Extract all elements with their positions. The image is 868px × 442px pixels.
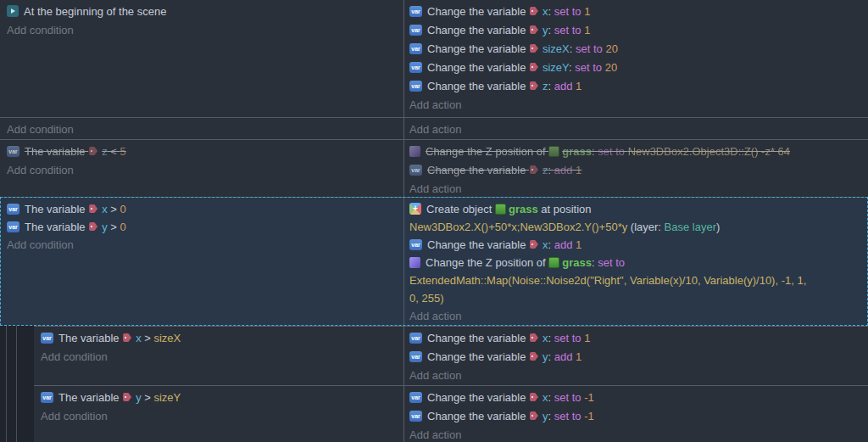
condition-line[interactable]: The variable y > sizeY: [41, 389, 398, 407]
add-action-link[interactable]: Add action: [409, 426, 863, 442]
variable-param-icon: [529, 81, 540, 91]
event-sheet: At the beginning of the sceneAdd conditi…: [0, 0, 868, 442]
action-line[interactable]: Change the Z position of grass: set to N…: [409, 143, 863, 161]
condition-line[interactable]: At the beginning of the scene: [7, 3, 398, 21]
cube-3d-icon: [409, 146, 420, 157]
action-line[interactable]: Change the variable y: set to 1: [409, 21, 863, 40]
variable-icon: [41, 333, 53, 344]
action-line[interactable]: Change the variable x: set to 1: [409, 329, 863, 348]
segment-obj: grass: [562, 145, 592, 158]
segment-text: Change the Z position of: [426, 256, 548, 269]
segment-layer: Base layer: [665, 221, 716, 233]
segment-num: 0: [120, 221, 125, 233]
segment-text: Change the variable: [427, 42, 529, 55]
event-row[interactable]: The variable x > 0The variable y > 0Add …: [0, 197, 868, 326]
segment-num: 1: [576, 164, 581, 176]
segment-expr: 0, 255): [409, 292, 443, 305]
variable-icon: [409, 81, 422, 92]
variable-icon: [409, 62, 422, 73]
grass-object-icon: [548, 146, 559, 157]
segment-text: >: [108, 203, 120, 215]
variable-icon: [409, 411, 422, 422]
add-action-link[interactable]: Add action: [409, 180, 863, 197]
segment-text: The variable: [58, 391, 122, 404]
action-line[interactable]: Change the variable sizeX: set to 20: [409, 40, 863, 59]
variable-param-icon: [529, 392, 540, 402]
segment-text: At the beginning of the scene: [24, 5, 166, 18]
event-row[interactable]: The variable z < 5Add conditionChange th…: [0, 139, 868, 197]
event-row[interactable]: At the beginning of the sceneAdd conditi…: [0, 0, 868, 117]
segment-text: :: [548, 80, 554, 92]
conditions-cell: The variable x > 0The variable y > 0Add …: [0, 197, 404, 326]
segment-text: :: [548, 5, 554, 18]
variable-param-icon: [529, 351, 540, 361]
segment-text: Change the variable: [427, 5, 529, 18]
variable-param-icon: [88, 221, 99, 232]
event-row[interactable]: Add conditionAdd action: [0, 117, 868, 139]
indent-gutter: [0, 385, 34, 442]
segment-kw: set to: [598, 145, 627, 158]
conditions-cell: Add condition: [0, 117, 404, 139]
segment-expr: sizeX: [153, 332, 181, 344]
add-condition-link[interactable]: Add condition: [7, 120, 398, 139]
action-line[interactable]: Change the Z position of grass: set toEx…: [409, 254, 863, 307]
segment-text: (layer:: [627, 221, 664, 233]
segment-var: sizeX: [542, 42, 570, 55]
segment-text: Change the variable: [427, 332, 529, 344]
add-condition-link[interactable]: Add condition: [41, 348, 398, 366]
actions-cell: Create object grass at positionNew3DBox2…: [404, 197, 868, 326]
segment-kw: add: [554, 350, 576, 363]
segment-kw: add: [554, 80, 576, 92]
add-condition-link[interactable]: Add condition: [7, 161, 398, 180]
segment-kw: set to: [554, 410, 584, 422]
action-line[interactable]: Change the variable y: set to -1: [409, 407, 863, 426]
segment-num: 1: [576, 238, 581, 251]
segment-text: Change the variable: [427, 410, 529, 422]
event-row[interactable]: The variable y > sizeYAdd conditionChang…: [0, 385, 868, 442]
variable-icon: [7, 146, 19, 157]
action-line[interactable]: Change the variable z: add 1: [409, 77, 863, 96]
segment-text: ): [716, 221, 720, 233]
segment-text: at position: [538, 203, 592, 215]
action-line[interactable]: Change the variable sizeY: set to 20: [409, 59, 863, 77]
add-condition-link[interactable]: Add condition: [7, 21, 398, 40]
segment-kw: set to: [576, 42, 605, 55]
add-action-link[interactable]: Add action: [409, 120, 863, 139]
segment-kw: add: [554, 238, 576, 251]
actions-cell: Change the variable x: set to -1Change t…: [404, 385, 868, 442]
variable-icon: [409, 165, 422, 176]
condition-line[interactable]: The variable z < 5: [7, 143, 398, 161]
add-action-link[interactable]: Add action: [409, 307, 863, 326]
action-line[interactable]: Create object grass at positionNew3DBox2…: [409, 200, 863, 236]
grass-object-icon: [548, 257, 559, 268]
variable-icon: [409, 43, 422, 54]
condition-line[interactable]: The variable x > sizeX: [41, 329, 398, 348]
variable-icon: [7, 204, 19, 215]
add-condition-link[interactable]: Add condition: [7, 236, 398, 255]
create-object-icon: [409, 203, 421, 215]
variable-param-icon: [529, 25, 540, 35]
variable-param-icon: [88, 146, 99, 156]
variable-param-icon: [122, 392, 133, 402]
actions-cell: Change the Z position of grass: set to N…: [404, 139, 868, 197]
segment-text: :: [548, 350, 554, 363]
add-condition-link[interactable]: Add condition: [41, 407, 398, 426]
action-line[interactable]: Change the variable z: add 1: [409, 161, 863, 180]
variable-icon: [409, 333, 422, 344]
segment-var: sizeY: [542, 61, 569, 74]
add-action-link[interactable]: Add action: [409, 366, 863, 385]
segment-num: 1: [584, 332, 590, 344]
add-action-link[interactable]: Add action: [409, 96, 863, 115]
segment-num: -1: [584, 391, 594, 404]
condition-line[interactable]: The variable y > 0: [7, 218, 398, 236]
segment-expr: sizeY: [153, 391, 181, 404]
action-line[interactable]: Change the variable x: set to 1: [409, 3, 863, 21]
segment-text: The variable: [25, 145, 88, 158]
event-row[interactable]: The variable x > sizeXAdd conditionChang…: [0, 326, 868, 385]
segment-text: >: [108, 221, 120, 233]
action-line[interactable]: Change the variable x: set to -1: [409, 389, 863, 407]
cube-3d-icon: [409, 257, 420, 268]
condition-line[interactable]: The variable x > 0: [7, 200, 398, 218]
action-line[interactable]: Change the variable y: add 1: [409, 348, 863, 366]
action-line[interactable]: Change the variable x: add 1: [409, 236, 863, 254]
